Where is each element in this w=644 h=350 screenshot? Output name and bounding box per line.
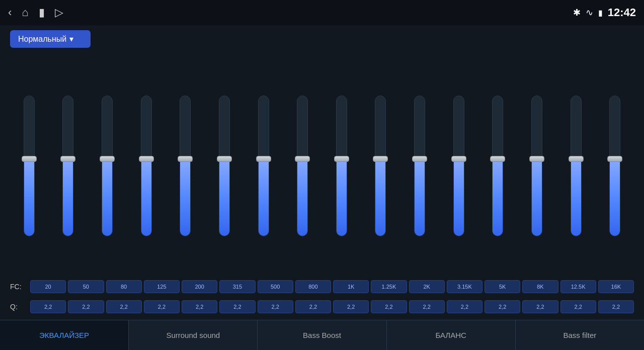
- status-bar: ‹ ⌂ ▮ ▷ ✱ ∿ ▮ 12:42: [0, 0, 644, 25]
- bottom-tab-bar: ЭКВАЛАЙЗЕРSurround soundBass BoostБАЛАНС…: [0, 320, 644, 350]
- slider-column-12: [479, 57, 517, 275]
- slider-column-14: [557, 57, 595, 275]
- slider-fill-10: [415, 158, 425, 236]
- slider-column-3: [127, 57, 166, 275]
- slider-column-13: [518, 57, 556, 275]
- slider-fill-13: [532, 158, 542, 236]
- slider-column-11: [440, 57, 478, 275]
- q-button-3[interactable]: 2,2: [144, 300, 180, 313]
- slider-column-9: [362, 57, 400, 275]
- fc-button-6[interactable]: 500: [258, 280, 293, 293]
- fc-button-13[interactable]: 8K: [522, 280, 558, 293]
- clock: 12:42: [608, 6, 636, 19]
- q-button-4[interactable]: 2,2: [182, 300, 217, 313]
- slider-fill-9: [375, 158, 385, 236]
- fc-button-0[interactable]: 20: [30, 280, 66, 293]
- q-button-1[interactable]: 2,2: [68, 300, 104, 313]
- tab-surround[interactable]: Surround sound: [129, 320, 258, 350]
- tab-bass[interactable]: Bass Boost: [258, 320, 386, 350]
- windows-icon[interactable]: ▮: [39, 6, 45, 19]
- fc-button-9[interactable]: 1.25K: [371, 280, 407, 293]
- tab-eq[interactable]: ЭКВАЛАЙЗЕР: [0, 320, 129, 350]
- fc-button-11[interactable]: 3.15K: [447, 280, 482, 293]
- fc-button-10[interactable]: 2K: [409, 280, 445, 293]
- fc-button-4[interactable]: 200: [182, 280, 217, 293]
- slider-fill-2: [102, 158, 112, 236]
- q-button-0[interactable]: 2,2: [30, 300, 66, 313]
- fc-button-8[interactable]: 1K: [333, 280, 369, 293]
- slider-handle-13[interactable]: [529, 156, 544, 162]
- main-content: Нормальный ▾ FC: 2050801252003155008001K…: [0, 25, 644, 320]
- slider-handle-4[interactable]: [178, 156, 193, 162]
- q-button-5[interactable]: 2,2: [219, 300, 255, 313]
- fc-button-2[interactable]: 80: [106, 280, 142, 293]
- tab-balance[interactable]: БАЛАНС: [387, 320, 516, 350]
- slider-handle-11[interactable]: [451, 156, 466, 162]
- slider-column-0: [10, 57, 48, 275]
- q-buttons: 2,22,22,22,22,22,22,22,22,22,22,22,22,22…: [30, 300, 634, 313]
- slider-column-7: [283, 57, 321, 275]
- slider-column-2: [88, 57, 126, 275]
- slider-fill-4: [180, 158, 190, 236]
- fc-button-7[interactable]: 800: [295, 280, 331, 293]
- fc-buttons: 2050801252003155008001K1.25K2K3.15K5K8K1…: [30, 280, 634, 293]
- fc-button-1[interactable]: 50: [68, 280, 104, 293]
- q-button-15[interactable]: 2,2: [598, 300, 634, 313]
- q-button-2[interactable]: 2,2: [106, 300, 142, 313]
- slider-handle-15[interactable]: [607, 156, 622, 162]
- q-button-7[interactable]: 2,2: [295, 300, 331, 313]
- q-button-10[interactable]: 2,2: [409, 300, 445, 313]
- slider-fill-7: [297, 158, 307, 236]
- q-button-6[interactable]: 2,2: [258, 300, 293, 313]
- slider-handle-5[interactable]: [217, 156, 232, 162]
- slider-column-4: [167, 57, 205, 275]
- slider-handle-3[interactable]: [139, 156, 154, 162]
- slider-column-6: [245, 57, 283, 275]
- slider-handle-10[interactable]: [412, 156, 427, 162]
- slider-column-15: [596, 57, 634, 275]
- slider-handle-6[interactable]: [256, 156, 271, 162]
- q-button-14[interactable]: 2,2: [560, 300, 596, 313]
- sliders-area: [10, 57, 634, 278]
- slider-handle-14[interactable]: [569, 156, 584, 162]
- slider-fill-3: [141, 158, 151, 236]
- slider-handle-12[interactable]: [490, 156, 505, 162]
- fc-row: FC: 2050801252003155008001K1.25K2K3.15K5…: [10, 278, 634, 296]
- slider-handle-9[interactable]: [373, 156, 388, 162]
- slider-column-1: [49, 57, 88, 275]
- fc-button-15[interactable]: 16K: [598, 280, 634, 293]
- battery-icon: ▮: [598, 8, 603, 18]
- slider-handle-2[interactable]: [100, 156, 115, 162]
- q-button-9[interactable]: 2,2: [371, 300, 407, 313]
- fc-button-14[interactable]: 12.5K: [560, 280, 596, 293]
- q-row: Q: 2,22,22,22,22,22,22,22,22,22,22,22,22…: [10, 298, 634, 316]
- slider-fill-14: [571, 158, 581, 236]
- home-icon[interactable]: ⌂: [22, 6, 28, 19]
- back-icon[interactable]: ‹: [8, 6, 12, 19]
- wifi-icon: ∿: [586, 7, 593, 18]
- slider-handle-8[interactable]: [334, 156, 349, 162]
- slider-fill-12: [493, 158, 503, 236]
- slider-fill-5: [219, 158, 229, 236]
- slider-handle-1[interactable]: [60, 156, 75, 162]
- slider-fill-6: [259, 158, 269, 236]
- fc-button-3[interactable]: 125: [144, 280, 180, 293]
- flag-icon[interactable]: ▷: [55, 6, 63, 19]
- preset-button[interactable]: Нормальный ▾: [10, 30, 91, 48]
- q-button-11[interactable]: 2,2: [447, 300, 482, 313]
- q-button-12[interactable]: 2,2: [485, 300, 520, 313]
- q-button-8[interactable]: 2,2: [333, 300, 369, 313]
- fc-button-5[interactable]: 315: [219, 280, 255, 293]
- slider-column-8: [323, 57, 361, 275]
- q-label: Q:: [10, 303, 30, 311]
- slider-handle-0[interactable]: [22, 156, 37, 162]
- slider-fill-15: [610, 158, 620, 236]
- bluetooth-icon: ✱: [573, 7, 581, 18]
- q-button-13[interactable]: 2,2: [522, 300, 558, 313]
- slider-fill-1: [63, 158, 73, 236]
- fc-button-12[interactable]: 5K: [485, 280, 520, 293]
- slider-column-10: [400, 57, 439, 275]
- fc-label: FC:: [10, 283, 30, 291]
- slider-handle-7[interactable]: [295, 156, 310, 162]
- tab-filter[interactable]: Bass filter: [516, 320, 644, 350]
